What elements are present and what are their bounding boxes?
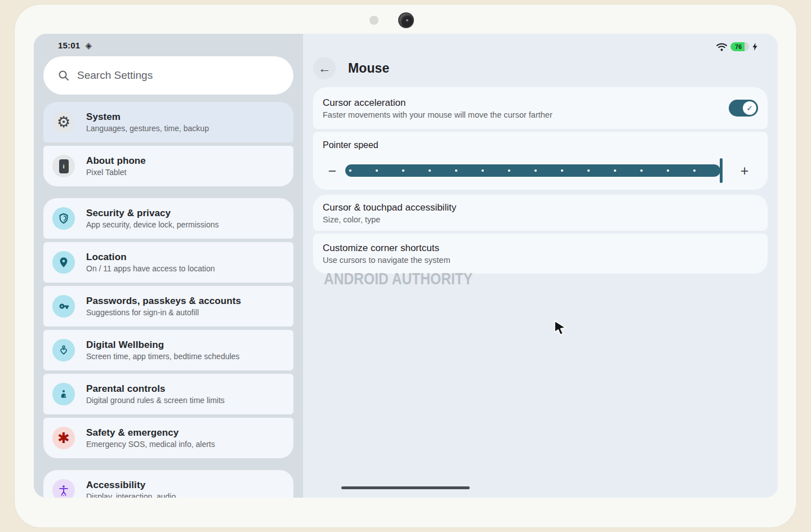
pointer-speed-slider-thumb[interactable]: [720, 158, 723, 183]
status-bar-right: 76: [716, 38, 757, 55]
sidebar-item-parental-controls[interactable]: Parental controls Digital ground rules &…: [43, 374, 293, 414]
pointer-speed-decrease-button[interactable]: −: [323, 164, 342, 178]
sidebar-item-sublabel: App security, device lock, permissions: [86, 220, 219, 229]
status-bar-left: 15:01 ◈: [43, 34, 293, 56]
pointer-speed-section: Pointer speed − +: [313, 132, 768, 190]
sidebar-item-sublabel: On / 11 apps have access to location: [86, 264, 215, 273]
parent-child-icon: [52, 383, 75, 405]
camera-glint: [406, 19, 408, 21]
diamond-notification-icon: ◈: [85, 41, 92, 50]
toggle-check-icon: ✓: [743, 101, 756, 115]
sidebar-item-label: Passwords, passkeys & accounts: [86, 296, 241, 307]
sidebar-item-sublabel: Emergency SOS, medical info, alerts: [86, 440, 215, 449]
settings-app-screen: 15:01 ◈ Search Settings ⚙ System Languag…: [34, 34, 778, 498]
sidebar-item-safety-emergency[interactable]: ✱ Safety & emergency Emergency SOS, medi…: [43, 418, 293, 458]
sidebar-item-security-privacy[interactable]: Security & privacy App security, device …: [43, 198, 293, 239]
phone-icon: i: [52, 155, 75, 177]
sidebar-item-sublabel: Digital ground rules & screen time limit…: [86, 396, 225, 405]
bolt-icon: [752, 43, 757, 51]
cursor-touchpad-accessibility-row[interactable]: Cursor & touchpad accessibility Size, co…: [313, 195, 768, 231]
sidebar-item-label: System: [86, 111, 209, 123]
sidebar-item-label: Location: [86, 252, 215, 263]
sidebar-item-label: Safety & emergency: [86, 427, 215, 439]
key-icon: [52, 295, 75, 318]
sidebar-item-passwords-accounts[interactable]: Passwords, passkeys & accounts Suggestio…: [43, 286, 293, 327]
location-pin-icon: [52, 251, 75, 274]
corner-shortcuts-subtitle: Use cursors to navigate the system: [323, 256, 756, 265]
sidebar-item-label: Accessibility: [86, 480, 176, 491]
corner-shortcuts-title: Customize corner shortcuts: [323, 243, 756, 254]
pointer-speed-ticks: [349, 164, 696, 177]
page-header: ← Mouse: [313, 57, 768, 79]
asterisk-icon: ✱: [52, 427, 75, 449]
sidebar-item-sublabel: Display, interaction, audio: [86, 492, 176, 498]
home-indicator-bar[interactable]: [341, 486, 470, 489]
page-title: Mouse: [348, 61, 389, 76]
sidebar-item-location[interactable]: Location On / 11 apps have access to loc…: [43, 242, 293, 283]
battery-percent: 76: [730, 42, 746, 51]
cursor-touchpad-subtitle: Size, color, type: [323, 215, 756, 224]
search-icon: [58, 70, 69, 81]
sidebar-item-label: About phone: [86, 155, 146, 167]
gear-icon: ⚙: [52, 111, 75, 133]
cursor-touchpad-title: Cursor & touchpad accessibility: [323, 202, 756, 213]
mouse-settings-panel: 76 ← Mouse Cursor acceleration Faster mo…: [303, 34, 778, 498]
sidebar-item-label: Security & privacy: [86, 208, 219, 219]
cursor-acceleration-subtitle: Faster movements with your mouse will mo…: [323, 110, 552, 119]
android-authority-watermark: ANDROID AUTHORITY: [324, 269, 473, 288]
search-input[interactable]: Search Settings: [43, 56, 293, 95]
settings-sidebar: 15:01 ◈ Search Settings ⚙ System Languag…: [34, 34, 303, 498]
shield-icon: [52, 207, 75, 230]
sidebar-item-sublabel: Languages, gestures, time, backup: [86, 124, 209, 133]
back-button[interactable]: ←: [313, 57, 336, 79]
clock: 15:01: [58, 41, 80, 50]
sidebar-item-label: Digital Wellbeing: [86, 339, 239, 351]
cursor-acceleration-toggle[interactable]: ✓: [729, 100, 758, 117]
battery-indicator: 76: [730, 42, 749, 51]
wellbeing-heart-icon: [52, 339, 75, 361]
sidebar-item-label: Parental controls: [86, 383, 225, 395]
sidebar-item-sublabel: Screen time, app timers, bedtime schedul…: [86, 352, 239, 361]
pointer-speed-slider[interactable]: [345, 164, 720, 177]
cursor-acceleration-row[interactable]: Cursor acceleration Faster movements wit…: [313, 87, 768, 129]
pointer-speed-label: Pointer speed: [323, 140, 754, 150]
ambient-sensor: [369, 16, 378, 25]
sidebar-item-digital-wellbeing[interactable]: Digital Wellbeing Screen time, app timer…: [43, 330, 293, 370]
pointer-speed-increase-button[interactable]: +: [735, 164, 754, 178]
wifi-icon: [716, 43, 727, 51]
cursor-acceleration-title: Cursor acceleration: [323, 97, 552, 109]
sidebar-item-sublabel: Pixel Tablet: [86, 168, 146, 177]
sidebar-item-about-phone[interactable]: i About phone Pixel Tablet: [43, 146, 293, 186]
sidebar-item-sublabel: Suggestions for sign-in & autofill: [86, 308, 241, 317]
accessibility-person-icon: [52, 479, 75, 498]
search-placeholder: Search Settings: [77, 69, 153, 82]
sidebar-item-accessibility[interactable]: Accessibility Display, interaction, audi…: [43, 470, 293, 498]
sidebar-item-system[interactable]: ⚙ System Languages, gestures, time, back…: [43, 102, 293, 142]
customize-corner-shortcuts-row[interactable]: Customize corner shortcuts Use cursors t…: [313, 234, 768, 274]
